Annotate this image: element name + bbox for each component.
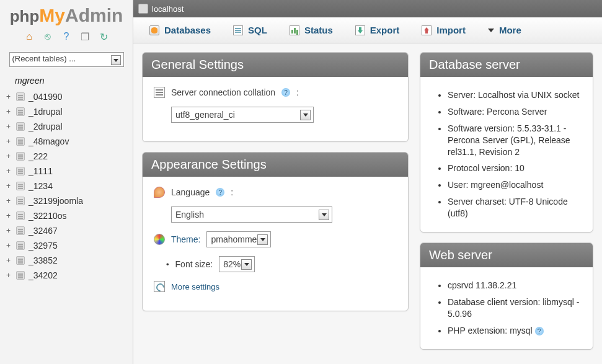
tab-more[interactable]: More bbox=[477, 20, 533, 40]
db-name: _041990 bbox=[29, 92, 63, 102]
wrench-icon bbox=[154, 281, 165, 292]
logo-php: php bbox=[10, 7, 40, 25]
expand-icon[interactable]: + bbox=[6, 213, 12, 219]
server-icon bbox=[138, 4, 148, 14]
tab-import-label: Import bbox=[436, 25, 466, 35]
language-select[interactable]: English bbox=[171, 206, 332, 223]
more-settings-link[interactable]: More settings bbox=[171, 282, 219, 291]
db-item[interactable]: +_222 bbox=[4, 149, 129, 164]
help-icon[interactable]: ? bbox=[535, 327, 544, 335]
database-icon bbox=[16, 122, 25, 131]
database-icon bbox=[16, 152, 25, 161]
expand-icon[interactable]: + bbox=[6, 168, 12, 174]
docs-icon[interactable]: ❐ bbox=[79, 31, 91, 42]
info-item: Server: Localhost via UNIX socket bbox=[448, 87, 582, 104]
expand-icon[interactable]: + bbox=[6, 272, 12, 278]
db-item[interactable]: +_1drupal bbox=[4, 104, 129, 119]
theme-label[interactable]: Theme: bbox=[171, 234, 200, 244]
db-item[interactable]: +_041990 bbox=[4, 89, 129, 104]
tab-import[interactable]: Import bbox=[410, 20, 477, 40]
database-icon bbox=[16, 107, 25, 116]
appearance-settings-title: Appearance Settings bbox=[143, 153, 408, 177]
info-item: Software: Percona Server bbox=[448, 104, 582, 120]
fontsize-select[interactable]: 82% bbox=[219, 256, 255, 272]
db-name: _1111 bbox=[29, 166, 53, 176]
collation-select[interactable]: utf8_general_ci bbox=[171, 107, 314, 123]
expand-icon[interactable]: + bbox=[6, 198, 12, 204]
db-name: _32467 bbox=[29, 226, 58, 236]
help-icon[interactable]: ? bbox=[281, 88, 290, 97]
expand-icon[interactable]: + bbox=[6, 228, 12, 234]
expand-icon[interactable]: + bbox=[6, 153, 12, 159]
db-item[interactable]: +_2drupal bbox=[4, 119, 129, 134]
theme-select[interactable]: pmahomme bbox=[206, 231, 271, 247]
breadcrumb-server[interactable]: localhost bbox=[152, 4, 184, 14]
database-icon bbox=[16, 211, 25, 220]
database-icon bbox=[16, 226, 25, 235]
expand-icon[interactable]: + bbox=[6, 94, 12, 100]
help-icon[interactable]: ? bbox=[61, 31, 72, 42]
db-name: _32210os bbox=[29, 211, 67, 221]
database-icon bbox=[16, 182, 25, 190]
recent-tables-select[interactable]: (Recent tables) ... bbox=[9, 52, 124, 67]
database-icon bbox=[16, 271, 25, 280]
logo: phpMyAdmin bbox=[4, 5, 129, 26]
info-item: Server charset: UTF-8 Unicode (utf8) bbox=[448, 193, 582, 222]
db-item[interactable]: +_32199joomla bbox=[4, 193, 129, 208]
db-name: _32975 bbox=[29, 241, 58, 251]
logout-icon[interactable]: ⎋ bbox=[42, 31, 53, 42]
db-name: _33852 bbox=[29, 255, 58, 265]
tab-more-label: More bbox=[499, 25, 521, 35]
database-icon bbox=[16, 137, 25, 146]
database-server-panel: Database server Server: Localhost via UN… bbox=[420, 52, 593, 233]
db-name: _2drupal bbox=[29, 122, 63, 131]
web-server-title: Web server bbox=[420, 243, 593, 267]
collation-icon bbox=[154, 87, 165, 98]
database-server-title: Database server bbox=[420, 53, 593, 77]
fontsize-label: Font size: bbox=[175, 259, 213, 269]
db-item[interactable]: +_1234 bbox=[4, 179, 129, 193]
info-item: Protocol version: 10 bbox=[448, 160, 582, 177]
tab-sql[interactable]: SQL bbox=[222, 20, 278, 40]
expand-icon[interactable]: + bbox=[6, 257, 12, 264]
db-item[interactable]: +_32975 bbox=[4, 238, 129, 253]
logo-admin: Admin bbox=[65, 5, 123, 25]
db-item[interactable]: +_33852 bbox=[4, 253, 129, 268]
general-settings-title: General Settings bbox=[143, 53, 408, 77]
db-item[interactable]: +_32467 bbox=[4, 223, 129, 238]
tab-bar: Databases SQL Status Export Import More bbox=[133, 17, 602, 43]
db-item[interactable]: +_34202 bbox=[4, 268, 129, 283]
database-icon bbox=[16, 92, 25, 101]
home-icon[interactable]: ⌂ bbox=[24, 31, 35, 42]
expand-icon[interactable]: + bbox=[6, 109, 12, 115]
current-database[interactable]: mgreen bbox=[15, 76, 129, 86]
expand-icon[interactable]: + bbox=[6, 242, 12, 249]
info-item: PHP extension: mysql ? bbox=[448, 322, 582, 339]
expand-icon[interactable]: + bbox=[6, 183, 12, 189]
database-list: +_041990+_1drupal+_2drupal+_48magov+_222… bbox=[4, 89, 129, 283]
tab-databases-label: Databases bbox=[164, 25, 211, 35]
tab-sql-label: SQL bbox=[248, 25, 267, 35]
logo-my: My bbox=[39, 5, 65, 25]
db-item[interactable]: +_1111 bbox=[4, 164, 129, 179]
tab-status[interactable]: Status bbox=[278, 20, 344, 40]
info-item: User: mgreen@localhost bbox=[448, 177, 582, 193]
db-item[interactable]: +_32210os bbox=[4, 208, 129, 223]
breadcrumb-bar: localhost bbox=[133, 0, 602, 17]
databases-icon bbox=[149, 25, 159, 35]
tab-export[interactable]: Export bbox=[344, 20, 411, 40]
theme-icon bbox=[154, 234, 165, 245]
help-icon[interactable]: ? bbox=[216, 188, 224, 197]
db-name: _48magov bbox=[29, 136, 69, 146]
web-server-panel: Web server cpsrvd 11.38.2.21Database cli… bbox=[420, 242, 593, 350]
expand-icon[interactable]: + bbox=[6, 138, 12, 144]
db-name: _222 bbox=[29, 151, 48, 161]
language-label: Language bbox=[171, 187, 210, 197]
expand-icon[interactable]: + bbox=[6, 123, 12, 130]
appearance-settings-panel: Appearance Settings Language ? : English bbox=[142, 152, 409, 311]
sidebar: phpMyAdmin ⌂ ⎋ ? ❐ ↻ (Recent tables) ...… bbox=[0, 0, 133, 364]
reload-icon[interactable]: ↻ bbox=[98, 31, 109, 42]
db-item[interactable]: +_48magov bbox=[4, 134, 129, 149]
tab-databases[interactable]: Databases bbox=[138, 20, 222, 40]
sidebar-toolbar: ⌂ ⎋ ? ❐ ↻ bbox=[4, 31, 129, 42]
